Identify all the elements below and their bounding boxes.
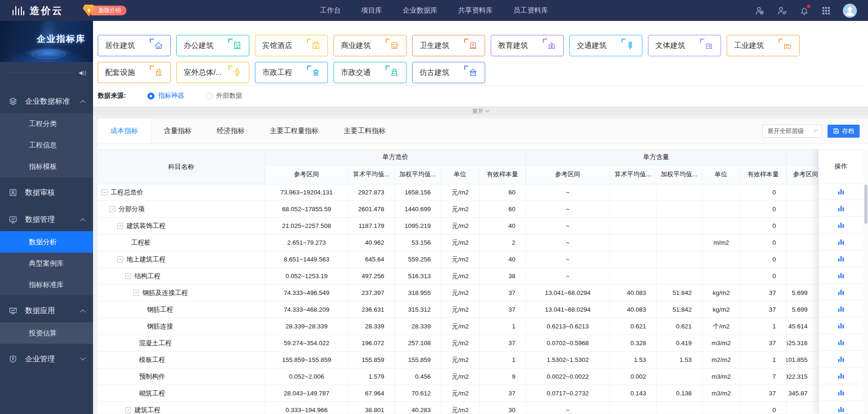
subject-name-cell: −分部分项 — [98, 201, 265, 217]
sidebar-item-investment-estimate[interactable]: 投资估算 — [0, 322, 93, 344]
row-chart-action[interactable] — [819, 317, 863, 334]
row-chart-action[interactable] — [819, 217, 863, 234]
tab-main-quantity-indicator[interactable]: 主要工程量指标 — [257, 119, 331, 143]
category-education-button[interactable]: 教育建筑 — [491, 35, 564, 56]
table-row[interactable]: 预制构件0.052~2.0061.5790.456元/m290.0022~0.0… — [98, 368, 868, 385]
table-row[interactable]: 砌筑工程28.043~149.78767.96470.612元/m2370.07… — [98, 385, 868, 402]
value-cell: 74.333~468.209 — [265, 301, 348, 318]
table-row[interactable]: −工程总造价73.963~19204.1312927.8731658.156元/… — [98, 184, 868, 201]
category-transport-building-button[interactable]: 交通建筑 — [569, 35, 642, 56]
row-chart-action[interactable] — [819, 351, 863, 367]
sidebar-item-typical-case-library[interactable]: 典型案例库 — [0, 253, 93, 274]
tree-collapse-icon[interactable]: − — [125, 407, 131, 413]
category-municipal-transport-button[interactable]: 市政交通 — [334, 62, 407, 83]
radio-external-data[interactable]: 外部数据 — [206, 92, 242, 100]
sidebar-item-data-standard[interactable]: 企业数据标准 — [0, 90, 93, 113]
tab-cost-indicator[interactable]: 成本指标 — [98, 119, 151, 143]
category-commercial-button[interactable]: 商业建筑 — [334, 35, 407, 56]
category-hotel-button[interactable]: 宾馆酒店 — [255, 35, 328, 56]
category-health-button[interactable]: 卫生建筑 — [412, 35, 485, 56]
sidebar-item-data-application[interactable]: 数据应用 — [0, 299, 93, 322]
table-row[interactable]: 钢筋工程74.333~468.209236.631315.312元/m23713… — [98, 301, 868, 318]
nav-shared-library[interactable]: 共享资料库 — [458, 6, 493, 15]
indicator-table: 科目名称 单方造价 参考区间 算术平均值... 加权平均值... 单位 有效样本… — [98, 149, 868, 414]
category-antique-building-button[interactable]: 仿古建筑 — [412, 62, 485, 83]
facility-icon — [153, 67, 164, 78]
table-row[interactable]: −地上建筑工程8.651~1449.563645.64559.256元/m240… — [98, 251, 868, 268]
row-chart-action[interactable] — [819, 334, 863, 351]
table-row[interactable]: −建筑装饰工程21.025~2257.5081187.1791095.219元/… — [98, 218, 868, 234]
sidebar-item-indicator-standard-library[interactable]: 指标标准库 — [0, 274, 93, 295]
category-residential-button[interactable]: 居住建筑 — [98, 35, 171, 56]
tree-collapse-icon[interactable]: − — [101, 189, 107, 195]
tree-collapse-icon[interactable]: − — [117, 223, 123, 229]
apps-grid-icon[interactable] — [821, 6, 831, 15]
sidebar-item-project-classification[interactable]: 工程分类 — [0, 113, 93, 134]
tab-economic-indicator[interactable]: 经济指标 — [204, 119, 257, 143]
collapse-sidebar-icon[interactable]: ◀|| — [79, 70, 87, 76]
sidebar-item-data-audit[interactable]: 数据审核 — [0, 181, 93, 204]
nav-project-library[interactable]: 项目库 — [361, 6, 382, 15]
archive-button[interactable]: 存档 — [828, 125, 860, 138]
switch-user-icon[interactable] — [777, 6, 787, 16]
row-chart-action[interactable] — [819, 384, 863, 401]
table-row[interactable]: −建筑工程0.333~194.96638.80140.283元/m230~0 — [98, 402, 868, 414]
scrollbar-thumb[interactable] — [864, 185, 868, 224]
radio-indicator-tool[interactable]: 指标神器 — [147, 92, 184, 100]
row-chart-action[interactable] — [819, 401, 863, 414]
category-industrial-button[interactable]: 工业建筑 — [727, 35, 800, 56]
row-chart-action[interactable] — [819, 367, 863, 384]
category-outdoor-general-button[interactable]: 室外总体/... — [176, 62, 249, 83]
nav-workbench[interactable]: 工作台 — [320, 6, 341, 15]
table-row[interactable]: −钢筋及连接工程74.333~496.549237.397318.955元/m2… — [98, 285, 868, 301]
tree-collapse-icon[interactable]: − — [125, 273, 131, 279]
row-chart-action[interactable] — [819, 250, 863, 267]
row-chart-action[interactable] — [819, 234, 863, 250]
topbar: 造价云 新版介绍 工作台 项目库 企业数据库 共享资料库 员工资料库 — [0, 0, 868, 21]
nav-staff-library[interactable]: 员工资料库 — [514, 6, 548, 15]
tree-collapse-icon[interactable]: − — [117, 256, 123, 262]
table-row[interactable]: −分部分项68.052~17855.592601.4781440.699元/m2… — [98, 201, 868, 218]
sidebar-item-data-management[interactable]: 数据管理 — [0, 208, 93, 231]
value-cell: 1658.156 — [395, 184, 441, 200]
app-logo[interactable]: 造价云 — [11, 4, 63, 17]
category-supporting-facility-button[interactable]: 配套设施 — [98, 62, 171, 83]
tree-collapse-icon[interactable]: − — [109, 206, 115, 212]
tab-content-indicator[interactable]: 含量指标 — [151, 119, 204, 143]
category-office-button[interactable]: 办公建筑 — [176, 35, 249, 56]
row-chart-action[interactable] — [819, 183, 863, 200]
row-chart-action[interactable] — [819, 284, 863, 300]
category-municipal-engineering-button[interactable]: 市政工程 — [255, 62, 328, 83]
table-row[interactable]: −结构工程0.052~1253.19497.256516.313元/m238~0 — [98, 268, 868, 285]
expand-filter-bar[interactable]: 展开 — [93, 107, 868, 116]
value-cell: 0.0022~0.0022 — [526, 368, 610, 385]
category-label: 教育建筑 — [498, 41, 528, 51]
presentation-chart-icon — [8, 306, 18, 315]
sidebar-item-project-info[interactable]: 工程信息 — [0, 134, 93, 156]
table-row[interactable]: 混凝土工程59.274~354.022196.072257.108元/m2370… — [98, 335, 868, 352]
chevron-down-icon — [80, 355, 85, 361]
sidebar-item-enterprise-management[interactable]: 企业管理 — [0, 347, 93, 371]
category-culture-sports-button[interactable]: 文体建筑 — [648, 35, 721, 56]
row-chart-action[interactable] — [819, 300, 863, 317]
expand-level-select[interactable]: 展开全部层级 — [762, 125, 822, 138]
add-user-icon[interactable] — [754, 6, 765, 16]
sidebar-item-indicator-template[interactable]: 指标模板 — [0, 156, 93, 177]
user-avatar[interactable] — [843, 4, 857, 18]
table-row[interactable]: 钢筋连接28.339~28.33928.33928.339元/m210.6213… — [98, 318, 868, 335]
subject-name: 建筑装饰工程 — [127, 222, 166, 230]
value-cell — [657, 402, 702, 414]
row-chart-action[interactable] — [819, 267, 863, 284]
tab-main-material-indicator[interactable]: 主要工料指标 — [331, 119, 398, 143]
new-version-badge[interactable]: 新版介绍 — [83, 5, 127, 17]
table-row[interactable]: 工程桩2.651~79.27340.96253.156元/m22~m/m20 — [98, 234, 868, 251]
row-chart-action[interactable] — [819, 200, 863, 217]
value-cell: 45.614 — [787, 318, 818, 334]
table-row[interactable]: 模板工程155.859~155.859155.859155.859元/m211.… — [98, 352, 868, 368]
sidebar-item-data-analysis[interactable]: 数据分析 — [0, 231, 93, 253]
tree-collapse-icon[interactable]: − — [133, 290, 139, 296]
vertical-scrollbar[interactable] — [863, 149, 868, 414]
notification-bell-icon[interactable] — [799, 6, 809, 16]
banner-title: 企业指标库 — [37, 33, 86, 45]
nav-enterprise-database[interactable]: 企业数据库 — [403, 6, 438, 15]
